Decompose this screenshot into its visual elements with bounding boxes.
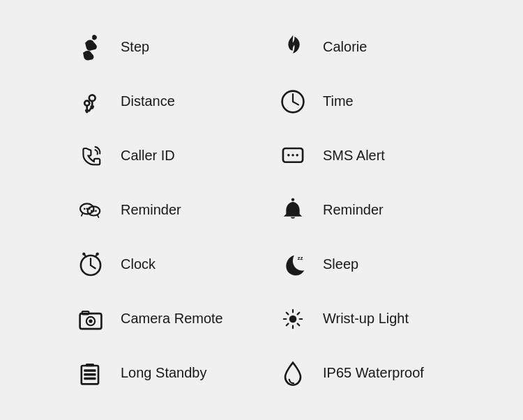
feature-label-calorie: Calorie [323,39,367,55]
feature-label-waterproof: IP65 Waterproof [323,365,424,381]
wechat-icon [73,193,108,228]
feature-label-time: Time [323,93,354,109]
calorie-icon [275,30,310,65]
svg-rect-43 [84,369,96,372]
feature-label-step: Step [121,39,149,55]
svg-point-29 [89,319,92,322]
svg-rect-40 [86,363,94,366]
waterproof-icon [275,356,310,391]
sleep-icon: zz [275,247,310,282]
svg-point-6 [287,153,290,156]
svg-point-15 [93,210,95,212]
feature-item-sleep: zz Sleep [262,238,464,292]
feature-item-clock: Clock [59,238,262,292]
svg-point-16 [95,210,97,212]
clock-icon [73,247,108,282]
wrist-up-icon [275,302,310,336]
feature-item-bell-reminder: Reminder [262,183,464,238]
feature-item-wechat-reminder: Reminder [59,183,262,238]
distance-icon [73,84,108,119]
feature-item-time: Time [262,75,464,129]
feature-label-sms-alert: SMS Alert [323,148,385,164]
feature-label-clock: Clock [121,256,156,272]
feature-item-sms-alert: SMS Alert [262,129,464,183]
step-icon [73,30,108,65]
feature-item-long-standby: Long Standby [59,346,262,400]
svg-line-37 [298,312,300,314]
svg-point-8 [296,153,298,156]
svg-line-36 [298,323,300,325]
svg-line-35 [287,312,289,314]
feature-label-wrist-up: Wrist-up Light [323,311,409,327]
svg-point-24 [96,252,98,255]
svg-point-23 [82,252,85,255]
feature-label-long-standby: Long Standby [121,365,206,381]
feature-item-camera-remote: Camera Remote [59,292,262,346]
sms-alert-icon [275,139,310,173]
bell-icon [275,193,310,228]
feature-item-waterproof: IP65 Waterproof [262,346,464,400]
feature-label-bell-reminder: Reminder [323,202,384,218]
svg-line-38 [287,323,289,325]
feature-item-wrist-up: Wrist-up Light [262,292,464,346]
feature-label-wechat-reminder: Reminder [121,202,181,218]
feature-item-caller-id: Caller ID [59,129,262,183]
time-icon [275,84,310,119]
feature-label-camera-remote: Camera Remote [121,311,223,327]
svg-point-7 [291,153,294,156]
svg-rect-42 [84,377,96,380]
svg-point-14 [91,210,93,212]
caller-id-icon [73,139,108,173]
svg-line-20 [91,265,96,267]
features-grid: Step Calorie Distance Time Caller ID SMS… [59,20,464,400]
camera-icon [73,302,108,336]
svg-point-10 [84,208,86,210]
svg-rect-41 [84,373,96,376]
svg-line-4 [293,102,298,104]
svg-text:zz: zz [298,255,303,261]
battery-icon [73,356,108,391]
feature-item-calorie: Calorie [262,20,464,75]
feature-label-distance: Distance [121,93,175,109]
feature-label-caller-id: Caller ID [121,148,175,164]
feature-item-step: Step [59,20,262,75]
svg-point-17 [291,198,294,201]
svg-point-30 [289,315,297,322]
feature-item-distance: Distance [59,75,262,129]
feature-label-sleep: Sleep [323,256,358,272]
